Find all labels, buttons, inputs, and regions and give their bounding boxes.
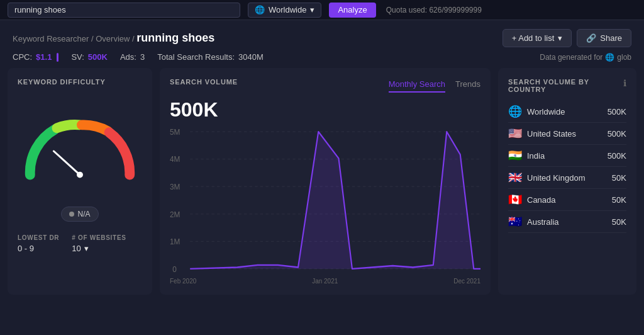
country-row[interactable]: 🇬🇧 United Kingdom 50K <box>508 167 626 189</box>
info-icon: ℹ <box>623 78 626 88</box>
cpc-label: CPC: <box>13 52 32 62</box>
country-flag: 🇦🇺 <box>508 215 522 229</box>
chart-label-1: Jan 2021 <box>312 278 338 285</box>
ads-value: 3 <box>140 52 145 62</box>
page-header: Keyword Researcher / Overview / running … <box>0 20 644 52</box>
sv-number: 500K <box>170 98 480 122</box>
country-left: 🇮🇳 India <box>508 149 545 162</box>
badge-dot <box>69 212 74 217</box>
chart-area: 5M 4M 3M 2M 1M 0 <box>170 124 480 276</box>
country-name: India <box>527 151 545 161</box>
analyze-button[interactable]: Analyze <box>329 3 375 18</box>
svg-text:0: 0 <box>172 264 177 274</box>
country-value: 500K <box>608 151 626 161</box>
country-name: Australia <box>527 217 559 227</box>
chart-label-2: Dec 2021 <box>453 278 480 285</box>
websites-stat: # OF WEBSITES 10 ▾ <box>72 234 126 253</box>
tab-trends[interactable]: Trends <box>455 79 480 93</box>
country-name: Worldwide <box>527 107 565 116</box>
share-button[interactable]: 🔗 Share <box>577 29 631 47</box>
country-volume-card: SEARCH VOLUME BY COUNTRY ℹ 🌐 Worldwide 5… <box>498 68 636 295</box>
chevron-down-icon: ▾ <box>310 5 314 14</box>
search-input[interactable]: running shoes <box>8 3 240 18</box>
data-gen-label: Data generated for <box>540 53 602 62</box>
total-label: Total Search Results: <box>157 52 235 62</box>
country-left: 🌐 Worldwide <box>508 105 565 118</box>
svg-text:3M: 3M <box>170 182 180 191</box>
lowest-dr-stat: LOWEST DR 0 - 9 <box>18 234 59 253</box>
kd-title: KEYWORD DIFFICULTY <box>18 78 142 86</box>
websites-value: 10 ▾ <box>72 244 89 253</box>
country-name: United Kingdom <box>527 173 586 183</box>
country-name: Canada <box>527 195 556 205</box>
data-generated: Data generated for 🌐 glob <box>540 53 631 62</box>
country-left: 🇦🇺 Australia <box>508 215 559 229</box>
globe-icon: 🌐 <box>255 5 265 14</box>
data-gen-location: glob <box>617 53 631 62</box>
breadcrumb-prefix: Keyword Researcher / Overview / <box>13 34 136 43</box>
total-value: 3040M <box>238 52 264 62</box>
country-list: 🌐 Worldwide 500K 🇺🇸 United States 500K 🇮… <box>508 101 626 233</box>
country-value: 500K <box>608 129 626 139</box>
page-title: running shoes <box>136 31 214 44</box>
lowest-dr-value: 0 - 9 <box>18 244 34 253</box>
country-flag: 🌐 <box>508 105 522 118</box>
country-left: 🇬🇧 United Kingdom <box>508 171 586 185</box>
topbar: running shoes 🌐 Worldwide ▾ Analyze Quot… <box>0 0 644 20</box>
country-row[interactable]: 🇺🇸 United States 500K <box>508 123 626 145</box>
header-actions: + Add to list ▾ 🔗 Share <box>502 29 631 47</box>
keyword-difficulty-card: KEYWORD DIFFICULTY N/A LO <box>8 68 152 295</box>
gauge-badge: N/A <box>61 207 98 222</box>
country-name: United States <box>527 129 576 139</box>
tab-monthly[interactable]: Monthly Search <box>389 79 445 93</box>
ads-label: Ads: <box>120 52 136 62</box>
svg-point-1 <box>77 172 83 178</box>
sv-value: 500K <box>88 52 108 62</box>
country-left: 🇨🇦 Canada <box>508 193 556 207</box>
svg-text:1M: 1M <box>170 237 180 247</box>
svg-text:5M: 5M <box>170 127 180 137</box>
sv-metric: SV: 500K <box>71 52 108 62</box>
country-value: 500K <box>608 107 626 116</box>
country-value: 50K <box>612 173 626 183</box>
ads-metric: Ads: 3 <box>120 52 145 62</box>
cpc-bar <box>57 53 58 62</box>
metrics-row: CPC: $1.1 SV: 500K Ads: 3 Total Search R… <box>0 52 644 68</box>
country-value: 50K <box>612 195 626 205</box>
search-volume-card: SEARCH VOLUME Monthly Search Trends 500K… <box>160 68 491 295</box>
lowest-dr-label: LOWEST DR <box>18 234 59 241</box>
country-flag: 🇨🇦 <box>508 193 522 207</box>
svg-text:4M: 4M <box>170 155 180 164</box>
quota-text: Quota used: 626/999999999 <box>386 6 482 14</box>
total-metric: Total Search Results: 3040M <box>157 52 264 62</box>
svg-line-0 <box>53 151 80 175</box>
main-content: KEYWORD DIFFICULTY N/A LO <box>0 68 644 295</box>
chevron-down-icon: ▾ <box>558 33 562 43</box>
kd-footer: LOWEST DR 0 - 9 # OF WEBSITES 10 ▾ <box>18 234 142 253</box>
sv-tabs: Monthly Search Trends <box>389 79 480 93</box>
location-selector[interactable]: 🌐 Worldwide ▾ <box>248 3 321 18</box>
country-row[interactable]: 🇨🇦 Canada 50K <box>508 189 626 211</box>
add-list-label: + Add to list <box>512 33 555 43</box>
chevron-down-icon: ▾ <box>84 244 89 253</box>
badge-label: N/A <box>77 210 90 219</box>
country-row[interactable]: 🇦🇺 Australia 50K <box>508 211 626 233</box>
sv-header: SEARCH VOLUME Monthly Search Trends <box>170 78 480 93</box>
chart-label-0: Feb 2020 <box>170 278 196 285</box>
gauge-svg <box>18 112 142 188</box>
breadcrumb: Keyword Researcher / Overview / running … <box>13 31 214 45</box>
country-left: 🇺🇸 United States <box>508 127 576 140</box>
sv-title: SEARCH VOLUME <box>170 78 238 86</box>
country-header: SEARCH VOLUME BY COUNTRY ℹ <box>508 78 626 93</box>
svg-text:2M: 2M <box>170 210 180 219</box>
country-flag: 🇬🇧 <box>508 171 522 185</box>
add-to-list-button[interactable]: + Add to list ▾ <box>502 29 572 47</box>
sv-label: SV: <box>71 52 84 62</box>
globe-icon-small: 🌐 <box>605 53 614 62</box>
cpc-metric: CPC: $1.1 <box>13 52 58 62</box>
chart-svg: 5M 4M 3M 2M 1M 0 <box>170 124 480 276</box>
country-row[interactable]: 🇮🇳 India 500K <box>508 145 626 167</box>
country-row[interactable]: 🌐 Worldwide 500K <box>508 101 626 123</box>
country-flag: 🇮🇳 <box>508 149 522 162</box>
gauge-container <box>18 93 142 207</box>
